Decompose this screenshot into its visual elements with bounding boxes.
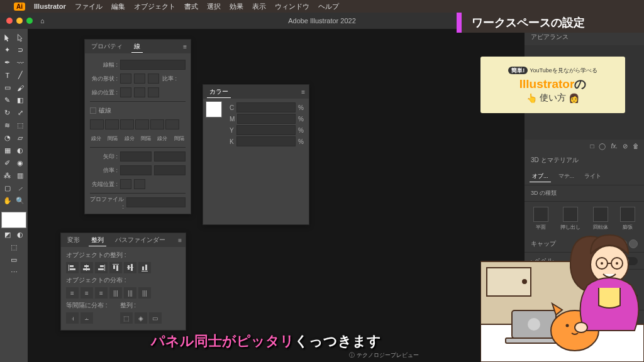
app-name[interactable]: Illustrator: [34, 3, 66, 10]
corner-bevel-button[interactable]: [148, 74, 159, 84]
paintbrush-tool[interactable]: 🖌: [14, 82, 27, 94]
alignto-key-button[interactable]: ◈: [135, 312, 147, 324]
profile-select[interactable]: [126, 197, 186, 207]
arrow-start-select[interactable]: [120, 151, 152, 162]
menu-select[interactable]: 選択: [207, 2, 221, 11]
gap-input-2[interactable]: [135, 119, 149, 129]
align-inside-button[interactable]: [134, 87, 145, 97]
artboard-tool[interactable]: ▢: [1, 182, 14, 194]
dist-hleft-button[interactable]: |||: [109, 287, 122, 299]
m-slider[interactable]: [237, 114, 296, 124]
canvas-area[interactable]: プロパティ 線 ≡ 線幅 : 角の形状 :比率 : 線の位置 : 破線 線分間隔…: [28, 29, 525, 362]
maximize-button[interactable]: [26, 18, 33, 24]
color-swatch[interactable]: [206, 101, 222, 118]
mesh-tool[interactable]: ▦: [1, 145, 14, 156]
tab-stroke[interactable]: 線: [131, 41, 143, 53]
rectangle-tool[interactable]: ▭: [1, 82, 14, 94]
arrow-end-select[interactable]: [154, 151, 186, 162]
menu-view[interactable]: 表示: [252, 2, 266, 11]
scale-tool[interactable]: ⤢: [14, 107, 27, 119]
gap-input-3[interactable]: [165, 119, 179, 129]
tab-properties[interactable]: プロパティ: [89, 41, 125, 52]
fx-icon[interactable]: fx.: [611, 143, 618, 150]
add-fill-icon[interactable]: ◯: [599, 143, 606, 150]
arrow-scale-start[interactable]: [120, 165, 152, 175]
eraser-tool[interactable]: ◧: [14, 94, 27, 106]
panel-3d-title[interactable]: 3D とマテリアル: [525, 152, 644, 168]
slice-tool[interactable]: ⟋: [14, 182, 27, 194]
add-stroke-icon[interactable]: □: [590, 143, 594, 150]
fill-stroke-swatch[interactable]: [1, 212, 26, 228]
panel-menu-icon[interactable]: ≡: [301, 89, 305, 96]
perspective-tool[interactable]: ▱: [14, 132, 27, 144]
clear-icon[interactable]: ⊘: [623, 143, 628, 150]
menu-edit[interactable]: 編集: [111, 2, 125, 11]
space-v-button[interactable]: ⫞: [66, 312, 79, 324]
arrow-scale-end[interactable]: [154, 165, 186, 175]
minimize-button[interactable]: [16, 18, 23, 24]
eyedropper-tool[interactable]: ✐: [1, 157, 14, 169]
width-tool[interactable]: ≋: [1, 119, 14, 131]
color-mode-icon[interactable]: ◩: [1, 229, 14, 241]
menu-help[interactable]: ヘルプ: [318, 2, 339, 11]
corner-round-button[interactable]: [134, 74, 145, 84]
magic-wand-tool[interactable]: ✦: [1, 44, 14, 56]
tab-color[interactable]: カラー: [207, 86, 231, 98]
stroke-weight-input[interactable]: [120, 60, 186, 70]
type-tool[interactable]: T: [1, 69, 14, 81]
gap-input-1[interactable]: [105, 119, 119, 129]
dist-vbottom-button[interactable]: ≡: [95, 287, 108, 299]
y-slider[interactable]: [236, 125, 296, 135]
panel-menu-icon[interactable]: ≡: [183, 43, 187, 50]
menu-file[interactable]: ファイル: [75, 2, 103, 11]
symbol-sprayer-tool[interactable]: ⁂: [1, 170, 14, 182]
panel-menu-icon[interactable]: ≡: [178, 237, 182, 244]
close-button[interactable]: [6, 18, 13, 24]
shaper-tool[interactable]: ✎: [1, 94, 14, 106]
menu-type[interactable]: 書式: [184, 2, 198, 11]
menu-effect[interactable]: 効果: [230, 2, 243, 11]
pen-tool[interactable]: ✒: [1, 57, 14, 69]
selection-tool[interactable]: [1, 31, 14, 43]
dist-vtop-button[interactable]: ≡: [66, 287, 79, 299]
tip-inside-button[interactable]: [134, 179, 145, 189]
gradient-tool[interactable]: ◐: [14, 145, 27, 156]
gradient-mode-icon[interactable]: ◐: [14, 229, 27, 241]
alignto-artboard-button[interactable]: ▭: [149, 312, 162, 324]
align-hcenter-button[interactable]: [80, 262, 93, 273]
align-outside-button[interactable]: [148, 87, 159, 97]
align-center-button[interactable]: [120, 87, 131, 97]
curvature-tool[interactable]: 〰: [14, 57, 27, 69]
space-h-button[interactable]: ⫠: [80, 312, 93, 324]
dist-vcenter-button[interactable]: ≡: [80, 287, 93, 299]
dash-input-1[interactable]: [90, 119, 104, 129]
dashed-checkbox[interactable]: [90, 107, 96, 114]
blend-tool[interactable]: ◉: [14, 157, 27, 169]
k-slider[interactable]: [236, 136, 296, 146]
align-left-button[interactable]: [66, 262, 79, 273]
line-tool[interactable]: ╱: [14, 69, 27, 81]
dist-hcenter-button[interactable]: |||: [124, 287, 136, 299]
tab-pathfinder[interactable]: パスファインダー: [113, 234, 168, 246]
align-right-button[interactable]: [95, 262, 108, 273]
screen-mode-icon[interactable]: ▭: [1, 254, 26, 266]
dash-input-3[interactable]: [150, 119, 164, 129]
graph-tool[interactable]: ▥: [14, 170, 27, 182]
trash-icon[interactable]: 🗑: [633, 143, 639, 150]
align-bottom-button[interactable]: [138, 262, 151, 273]
tab-align[interactable]: 整列: [89, 234, 106, 246]
edit-toolbar-icon[interactable]: ⋯: [1, 266, 26, 278]
alignto-selection-button[interactable]: ⬚: [120, 312, 133, 324]
menu-window[interactable]: ウィンドウ: [275, 2, 309, 11]
dist-hright-button[interactable]: |||: [138, 287, 151, 299]
lasso-tool[interactable]: ⊃: [14, 44, 27, 56]
hand-tool[interactable]: ✋: [1, 195, 14, 207]
draw-mode-icon[interactable]: ⬚: [1, 241, 26, 253]
zoom-tool[interactable]: 🔍: [14, 195, 27, 207]
dash-input-2[interactable]: [120, 119, 134, 129]
c-slider[interactable]: [236, 102, 296, 112]
tab-transform[interactable]: 変形: [65, 234, 82, 246]
direct-selection-tool[interactable]: [14, 31, 27, 43]
align-vcenter-button[interactable]: [124, 262, 136, 273]
menu-object[interactable]: オブジェクト: [134, 2, 175, 11]
